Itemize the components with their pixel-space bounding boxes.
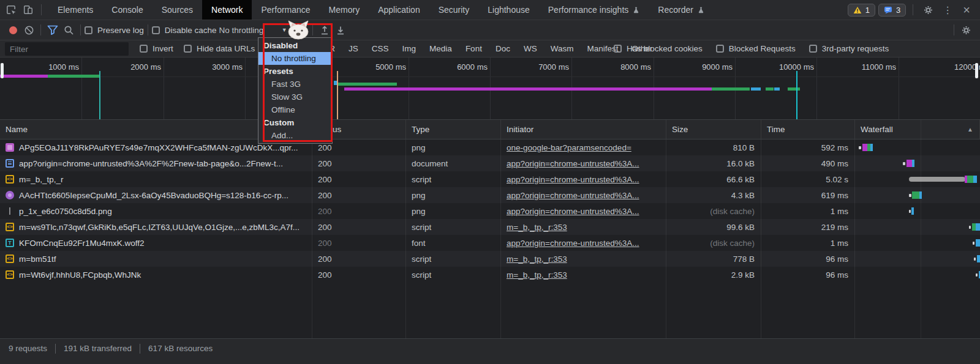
- column-header-initiator[interactable]: Initiator: [501, 120, 666, 139]
- filter-type-doc[interactable]: Doc: [496, 44, 510, 53]
- script-icon: [6, 270, 14, 279]
- menu-group-disabled: Disabled: [258, 39, 332, 52]
- initiator-link[interactable]: m=_b,_tp,_r:353: [507, 254, 567, 264]
- column-divider: [761, 283, 761, 338]
- network-conditions-icon[interactable]: [290, 22, 309, 38]
- table-row[interactable]: m=ws9Tlc,n73qwf,GkRiKb,e5qFLc,IZT63,UUJq…: [0, 219, 980, 235]
- table-row[interactable]: app?origin=chrome-untrusted%3A%2F%2Fnew-…: [0, 155, 980, 171]
- column-header-type[interactable]: Type: [406, 120, 501, 139]
- invert-checkbox[interactable]: Invert: [140, 40, 173, 57]
- issues-badge[interactable]: 3: [878, 4, 906, 17]
- export-har-icon[interactable]: [333, 22, 349, 38]
- tab-console[interactable]: Console: [102, 0, 152, 20]
- network-overview-timeline[interactable]: 1000 ms2000 ms3000 ms4000 ms5000 ms6000 …: [0, 58, 980, 120]
- initiator-link[interactable]: m=_b,_tp,_r:353: [507, 270, 567, 280]
- table-row[interactable]: APg5EOaJ11Y8RkPAuRYE7s49e7mqXX2WHFca5fMA…: [0, 139, 980, 155]
- menu-item-fast-3g[interactable]: Fast 3G: [258, 78, 332, 91]
- requests-table-header: NameStatusTypeInitiatorSizeTimeWaterfall…: [0, 120, 980, 139]
- tab-elements[interactable]: Elements: [48, 0, 102, 20]
- import-har-icon[interactable]: [317, 22, 333, 38]
- more-options-icon[interactable]: ⋮: [939, 4, 956, 16]
- filter-3rd-party-requests-checkbox[interactable]: 3rd-party requests: [809, 44, 889, 53]
- initiator-link[interactable]: m=_b,_tp,_r:353: [507, 223, 567, 232]
- waterfall-segment: [973, 176, 977, 183]
- warnings-count: 1: [865, 6, 870, 15]
- disable-cache-checkbox[interactable]: Disable cache: [152, 26, 217, 35]
- table-row[interactable]: AAcHTtc6605IepseCpuMd_2Lsx-6aOy45BvaduoB…: [0, 187, 980, 203]
- filter-funnel-icon[interactable]: [45, 22, 61, 38]
- column-header-label: Initiator: [507, 125, 533, 134]
- chevron-down-icon: ▼: [282, 27, 287, 33]
- initiator-link[interactable]: app?origin=chrome-untrusted%3A...: [507, 175, 639, 184]
- menu-item-offline[interactable]: Offline: [258, 103, 332, 116]
- timeline-tick-label: 6000 ms: [457, 62, 488, 72]
- table-row[interactable]: m=_b,_tp,_r200scriptapp?origin=chrome-un…: [0, 171, 980, 187]
- column-header-label: Name: [6, 125, 28, 134]
- overview-drag-handle[interactable]: [1, 63, 4, 78]
- filter-type-wasm[interactable]: Wasm: [551, 44, 574, 53]
- search-icon[interactable]: [61, 22, 77, 38]
- table-row[interactable]: m=bm51tf200scriptm=_b,_tp,_r:353778 B96 …: [0, 251, 980, 267]
- script-icon: [6, 254, 14, 263]
- tab-recorder[interactable]: Recorder: [649, 0, 714, 20]
- timeline-gridline: [816, 58, 817, 119]
- tab-application[interactable]: Application: [369, 0, 429, 20]
- menu-item-add-[interactable]: Add...: [258, 129, 332, 142]
- initiator-link[interactable]: app?origin=chrome-untrusted%3A...: [507, 239, 639, 248]
- timeline-gridline: [245, 58, 246, 119]
- filter-type-font[interactable]: Font: [466, 44, 482, 53]
- cell-waterfall: [855, 139, 980, 155]
- initiator-link[interactable]: app?origin=chrome-untrusted%3A...: [507, 191, 639, 200]
- filter-blocked-requests-checkbox[interactable]: Blocked Requests: [716, 44, 796, 53]
- tab-performance-insights[interactable]: Performance insights: [539, 0, 649, 20]
- initiator-link[interactable]: app?origin=chrome-untrusted%3A...: [507, 159, 639, 168]
- menu-item-no-throttling[interactable]: No throttling: [258, 52, 332, 65]
- tab-memory[interactable]: Memory: [320, 0, 369, 20]
- tab-performance[interactable]: Performance: [252, 0, 319, 20]
- checkbox-box: [184, 45, 192, 53]
- close-devtools-icon[interactable]: ×: [959, 4, 974, 16]
- cell-name: m=ws9Tlc,n73qwf,GkRiKb,e5qFLc,IZT63,UUJq…: [0, 219, 312, 235]
- filter-type-img[interactable]: Img: [402, 44, 417, 53]
- table-row[interactable]: KFOmCnqEu92Fr1Mu4mxK.woff2200fontapp?ori…: [0, 235, 980, 251]
- record-network-log-button[interactable]: [5, 22, 21, 38]
- preserve-log-checkbox[interactable]: Preserve log: [85, 26, 144, 35]
- settings-gear-icon[interactable]: [920, 2, 936, 18]
- inspect-element-icon[interactable]: [3, 2, 19, 18]
- tab-lighthouse[interactable]: Lighthouse: [478, 0, 539, 20]
- hide-data-urls-checkbox[interactable]: Hide data URLs: [184, 40, 255, 57]
- menu-item-slow-3g[interactable]: Slow 3G: [258, 91, 332, 103]
- initiator-link[interactable]: one-google-bar?paramsencoded=: [507, 143, 631, 152]
- devtools-tab-bar: ElementsConsoleSourcesNetworkPerformance…: [0, 0, 980, 20]
- cell-status: 200: [312, 203, 406, 219]
- filter-type-js[interactable]: JS: [349, 44, 358, 53]
- overview-drag-handle[interactable]: [975, 63, 978, 78]
- tab-network[interactable]: Network: [202, 0, 252, 20]
- cell-waterfall: [855, 155, 980, 171]
- clear-network-log-icon[interactable]: [21, 22, 37, 38]
- tab-sources[interactable]: Sources: [153, 0, 202, 20]
- column-header-time[interactable]: Time: [761, 120, 855, 139]
- image-pink-icon: [6, 143, 14, 152]
- filter-type-css[interactable]: CSS: [372, 44, 389, 53]
- cell-name: m=bm51tf: [0, 251, 312, 267]
- filter-type-ws[interactable]: WS: [524, 44, 537, 53]
- table-row[interactable]: m=Wt6vjf,hhhU8,FCpbqb,WhJNk200scriptm=_b…: [0, 267, 980, 283]
- filter-has-blocked-cookies-checkbox[interactable]: Has blocked cookies: [614, 44, 703, 53]
- device-toolbar-icon[interactable]: [20, 2, 36, 18]
- cell-type: png: [406, 203, 501, 219]
- table-row[interactable]: p_1x_e6c0750c8d5d.png200pngapp?origin=ch…: [0, 203, 980, 219]
- column-header-size[interactable]: Size: [666, 120, 761, 139]
- cell-type: png: [406, 187, 501, 203]
- warnings-badge[interactable]: 1: [848, 4, 875, 17]
- network-settings-gear-icon[interactable]: [958, 22, 974, 38]
- waterfall-segment: [911, 207, 914, 215]
- throttling-select[interactable]: No throttling ▼: [217, 23, 290, 37]
- filter-type-media[interactable]: Media: [429, 44, 452, 53]
- font-icon: [6, 239, 14, 247]
- tab-security[interactable]: Security: [429, 0, 479, 20]
- waterfall-segment: [909, 210, 911, 213]
- initiator-link[interactable]: app?origin=chrome-untrusted%3A...: [507, 207, 639, 216]
- column-header-waterfall[interactable]: Waterfall▲: [855, 120, 980, 139]
- filter-input[interactable]: [5, 42, 129, 56]
